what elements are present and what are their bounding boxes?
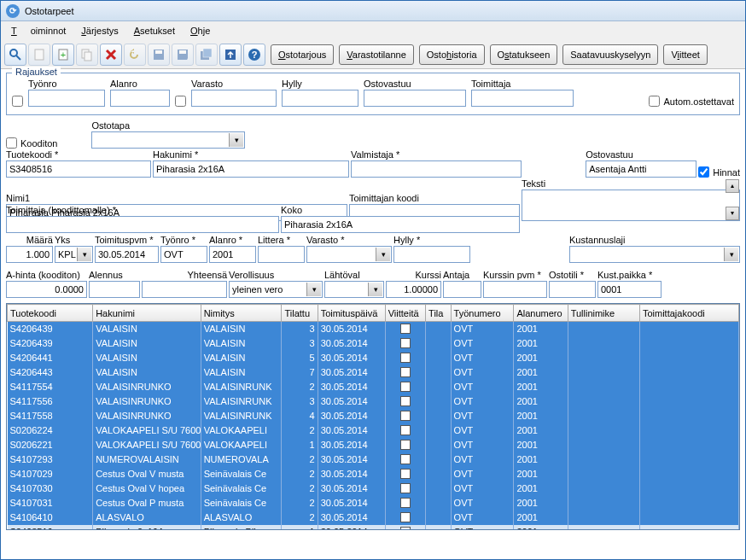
- ostovastuu-filter-input[interactable]: [364, 90, 466, 107]
- hakunimi-input[interactable]: [153, 160, 349, 178]
- table-row[interactable]: S4206439VALAISINVALAISIN330.05.2014OVT20…: [8, 336, 739, 351]
- table-row[interactable]: S4117554VALAISINRUNKOVALAISINRUNK230.05.…: [8, 380, 739, 394]
- grid-header[interactable]: Työnumero: [451, 305, 514, 322]
- menu-toiminnot[interactable]: Toiminnot: [4, 24, 73, 38]
- kurssi-input[interactable]: [386, 281, 441, 298]
- varasto-select[interactable]: [306, 246, 392, 263]
- verollisuus-select[interactable]: yleinen vero: [229, 281, 323, 298]
- table-row[interactable]: S3408516Piharasia 2x16APiharasia Pihar13…: [8, 525, 739, 531]
- tyonro-input[interactable]: [160, 246, 207, 263]
- grid-header[interactable]: Tuotekoodi: [8, 305, 93, 322]
- tyonro-filter-check[interactable]: [12, 96, 23, 107]
- copy-icon[interactable]: [76, 44, 98, 66]
- alennus-input[interactable]: [89, 281, 140, 298]
- saatavuuskyselyyn-button[interactable]: Saatavuuskyselyyn: [562, 44, 658, 65]
- table-row[interactable]: S4107030Cestus Oval V hopeaSeinävalais C…: [8, 481, 739, 496]
- toimituspvm-input[interactable]: [95, 246, 159, 263]
- grid-header[interactable]: Toimittajakoodi: [639, 305, 738, 322]
- table-row[interactable]: S4117556VALAISINRUNKOVALAISINRUNK330.05.…: [8, 394, 739, 409]
- tuotekoodi-input[interactable]: [6, 160, 151, 178]
- autom-ostettavat-check[interactable]: [649, 96, 660, 107]
- ostohistoria-button[interactable]: Ostohistoria: [419, 44, 485, 65]
- teksti-input[interactable]: [522, 190, 740, 221]
- toimituspvm-label: Toimituspvm *: [95, 235, 159, 245]
- varasto-filter-label: Varasto: [191, 79, 277, 89]
- yks-select[interactable]: KPL: [55, 246, 93, 263]
- ostatukseen-button[interactable]: Ostatukseen: [490, 44, 558, 65]
- grid-header[interactable]: Viitteitä: [385, 305, 425, 322]
- titlebar: ⟳ Ostotarpeet: [1, 1, 745, 21]
- hylly-input[interactable]: [393, 246, 470, 263]
- menu-jarjestys[interactable]: Järjestys: [74, 24, 125, 38]
- yhteensa-input[interactable]: [142, 281, 227, 298]
- tyonro-filter-input[interactable]: [28, 90, 105, 107]
- help-icon[interactable]: ?: [243, 44, 265, 66]
- ostovastuu-filter-label: Ostovastuu: [364, 79, 466, 89]
- table-row[interactable]: S4107293NUMEROVALAISINNUMEROVALA230.05.2…: [8, 452, 739, 467]
- toimittaja-filter-input[interactable]: [471, 90, 574, 107]
- kurssi-label: Kurssi: [386, 270, 441, 280]
- menu-asetukset[interactable]: Asetukset: [127, 24, 182, 38]
- table-row[interactable]: S0206224VALOKAAPELI S/U 76000VALOKAAPELI…: [8, 423, 739, 438]
- refresh-icon[interactable]: [219, 44, 242, 66]
- scroll-down-icon[interactable]: ▾: [726, 207, 739, 220]
- grid-header[interactable]: Alanumero: [514, 305, 568, 322]
- ostotili-input[interactable]: [549, 281, 596, 298]
- search-icon[interactable]: [4, 44, 26, 66]
- varasto-filter-check[interactable]: [175, 96, 186, 107]
- grid-header[interactable]: Tila: [426, 305, 452, 322]
- scroll-up-icon[interactable]: ▴: [726, 179, 739, 193]
- ostotapa-select[interactable]: [91, 131, 245, 149]
- toimittajankoodi-label: Toimittajan koodi: [349, 193, 520, 203]
- hylly-filter-input[interactable]: [282, 90, 358, 107]
- antaja-input[interactable]: [443, 281, 481, 298]
- rajaukset-legend: Rajaukset: [12, 67, 61, 77]
- new-doc-icon[interactable]: [28, 44, 50, 66]
- delete-icon[interactable]: [100, 44, 122, 66]
- table-row[interactable]: S4206441VALAISINVALAISIN530.05.2014OVT20…: [8, 351, 739, 365]
- svg-line-1: [16, 55, 20, 60]
- alanro-input[interactable]: [209, 246, 256, 263]
- antaja-label: Antaja: [443, 270, 481, 280]
- menubar: Toiminnot Järjestys Asetukset Ohje: [1, 21, 745, 40]
- hinnat-check[interactable]: [698, 166, 709, 178]
- grid-header[interactable]: Nimitys: [201, 305, 282, 322]
- kustpaikka-input[interactable]: [597, 281, 661, 298]
- save-all-icon[interactable]: [195, 44, 218, 66]
- koko-input[interactable]: [281, 216, 520, 233]
- viitteet-button[interactable]: Viitteet: [663, 44, 707, 65]
- kurssinpvm-input[interactable]: [483, 281, 547, 298]
- grid-header[interactable]: Tullinimike: [568, 305, 639, 322]
- littera-input[interactable]: [258, 246, 305, 263]
- table-row[interactable]: S4107031Cestus Oval P mustaSeinävalais C…: [8, 496, 739, 510]
- toimittaja-kooditon-input[interactable]: [6, 216, 279, 233]
- table-row[interactable]: S4107029Cestus Oval V mustaSeinävalais C…: [8, 467, 739, 481]
- table-row[interactable]: S4206439VALAISINVALAISIN330.05.2014OVT20…: [8, 322, 739, 336]
- grid-header[interactable]: Toimituspäivä: [318, 305, 385, 322]
- add-icon[interactable]: +: [52, 44, 74, 66]
- grid-header[interactable]: Tilattu: [282, 305, 318, 322]
- valmistaja-input[interactable]: [351, 160, 522, 178]
- svg-rect-15: [203, 49, 212, 57]
- undo-icon[interactable]: [124, 44, 146, 66]
- table-row[interactable]: S4106410ALASVALOALASVALO230.05.2014OVT20…: [8, 510, 739, 525]
- varasto-filter-input[interactable]: [191, 90, 277, 107]
- ahinta-input[interactable]: [6, 281, 87, 298]
- maara-input[interactable]: [6, 246, 53, 263]
- grid-header[interactable]: Hakunimi: [93, 305, 201, 322]
- ostotarjous-button[interactable]: Ostotarjous: [271, 44, 334, 65]
- kooditon-check[interactable]: [6, 137, 17, 149]
- varastotilanne-button[interactable]: Varastotilanne: [339, 44, 414, 65]
- ostovastuu2-input[interactable]: [586, 160, 696, 178]
- table-row[interactable]: S4117558VALAISINRUNKOVALAISINRUNK430.05.…: [8, 409, 739, 423]
- kustannuslaji-select[interactable]: [569, 246, 740, 263]
- menu-ohje[interactable]: Ohje: [184, 24, 217, 38]
- table-row[interactable]: S0206221VALOKAAPELI S/U 76003VALOKAAPELI…: [8, 438, 739, 452]
- save-icon[interactable]: [148, 44, 170, 66]
- data-grid[interactable]: TuotekoodiHakunimiNimitysTilattuToimitus…: [6, 303, 740, 530]
- ostovastuu2-label: Ostovastuu: [586, 149, 696, 160]
- save-as-icon[interactable]: …: [172, 44, 194, 66]
- alanro-filter-input[interactable]: [110, 90, 170, 107]
- lahtoval-select[interactable]: [324, 281, 384, 298]
- table-row[interactable]: S4206443VALAISINVALAISIN730.05.2014OVT20…: [8, 365, 739, 380]
